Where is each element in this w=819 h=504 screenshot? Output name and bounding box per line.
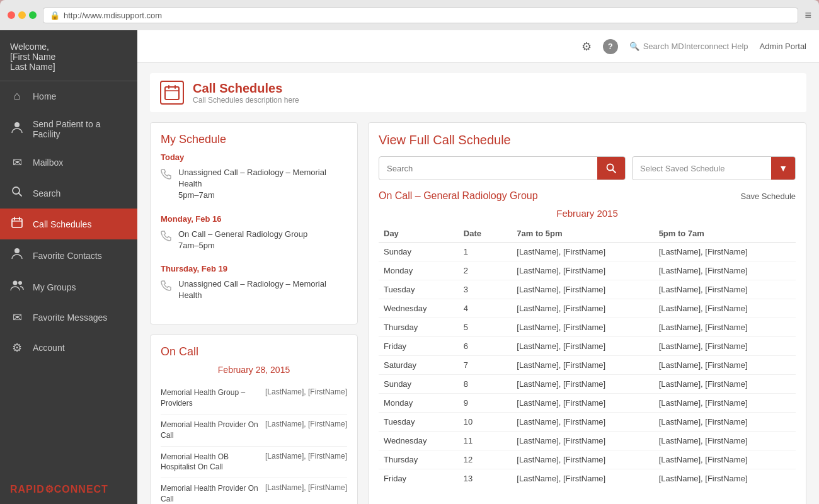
oncall-group: Memorial Health OB Hospitalist On Call: [161, 452, 265, 473]
top-header: ⚙ ? 🔍 Search MDInterconnect Help Admin P…: [137, 30, 819, 63]
search-row: Select Saved Schedule ▼: [379, 156, 796, 180]
schedule-item-feb19: Unassigned Call – Radiology – Memorial H…: [161, 278, 347, 307]
dot-maximize[interactable]: [29, 11, 37, 19]
sidebar-item-search[interactable]: Search: [0, 178, 137, 209]
oncall-name: [LastName], [FirstName]: [265, 483, 347, 492]
favorite-contacts-icon: [10, 248, 24, 263]
svg-point-9: [18, 281, 22, 285]
svg-point-7: [14, 248, 20, 253]
cell-date: 2: [459, 261, 512, 280]
save-schedule-button[interactable]: Save Schedule: [741, 192, 796, 201]
sidebar-item-mailbox[interactable]: ✉ Mailbox: [0, 147, 137, 178]
cell-date: 7: [459, 356, 512, 375]
sidebar-item-send-patient[interactable]: Send Patient to a Facility: [0, 111, 137, 147]
cell-shift2: [LastName], [FirstName]: [654, 318, 796, 337]
chevron-down-icon[interactable]: ▼: [771, 157, 795, 180]
url-bar[interactable]: 🔒 http://www.mdisupport.com: [43, 8, 798, 23]
my-schedule-card: My Schedule Today Unassigned Call – Radi…: [150, 122, 358, 324]
cell-date: 13: [459, 469, 512, 488]
header-search-label: Search MDInterconnect Help: [643, 42, 748, 51]
cell-shift2: [LastName], [FirstName]: [654, 261, 796, 280]
sidebar-nav: ⌂ Home Send Patient to a Facility ✉ Mail…: [0, 81, 137, 474]
schedule-date-today: Today: [161, 152, 347, 162]
cell-shift2: [LastName], [FirstName]: [654, 356, 796, 375]
phone-icon-2: [161, 230, 172, 244]
header-search[interactable]: 🔍 Search MDInterconnect Help: [629, 42, 748, 51]
full-schedule-panel: View Full Call Schedule: [368, 122, 806, 504]
sidebar-item-label: Account: [33, 343, 65, 353]
sidebar-item-label: Send Patient to a Facility: [33, 119, 127, 139]
table-row: Tuesday 10 [LastName], [FirstName] [Last…: [379, 413, 796, 432]
sidebar-item-account[interactable]: ⚙ Account: [0, 333, 137, 363]
schedule-text-1: Unassigned Call – Radiology – Memorial H…: [178, 167, 347, 202]
mail-icon: ✉: [10, 156, 24, 169]
oncall-name: [LastName], [FirstName]: [265, 452, 347, 461]
oncall-group: Memorial Health Provider On Call: [161, 483, 265, 504]
oncall-rows: Memorial Health Group – Providers[LastNa…: [161, 382, 347, 504]
cell-shift2: [LastName], [FirstName]: [654, 375, 796, 394]
cell-shift1: [LastName], [FirstName]: [512, 280, 653, 299]
sidebar-item-favorite-messages[interactable]: ✉ Favorite Messages: [0, 302, 137, 333]
oncall-group: Memorial Health Group – Providers: [161, 387, 265, 409]
schedule-text-2: On Call – General Radiology Group7am–5pm: [178, 229, 307, 251]
dot-close[interactable]: [8, 11, 15, 19]
sidebar-item-my-groups[interactable]: My Groups: [0, 272, 137, 302]
sidebar-item-label: Call Schedules: [33, 219, 91, 229]
sidebar-item-call-schedules[interactable]: Call Schedules: [0, 209, 137, 239]
oncall-group: Memorial Health Provider On Call: [161, 420, 265, 441]
dot-minimize[interactable]: [18, 11, 26, 19]
phone-icon-1: [161, 168, 172, 183]
content-area: Call Schedules Call Schedules descriptio…: [137, 63, 819, 504]
sidebar-item-home[interactable]: ⌂ Home: [0, 81, 137, 111]
calendar-icon: [10, 217, 24, 231]
home-icon: ⌂: [10, 89, 24, 103]
page-icon: [160, 81, 184, 105]
cell-day: Friday: [379, 469, 459, 488]
saved-schedule-select[interactable]: Select Saved Schedule: [633, 159, 771, 178]
cell-day: Sunday: [379, 375, 459, 394]
left-column: My Schedule Today Unassigned Call – Radi…: [150, 122, 358, 504]
sidebar-item-label: Favorite Messages: [33, 312, 107, 323]
messages-icon: ✉: [10, 311, 24, 324]
on-call-card: On Call February 28, 2015 Memorial Healt…: [150, 335, 358, 504]
sidebar-item-favorite-contacts[interactable]: Favorite Contacts: [0, 239, 137, 272]
svg-line-15: [613, 170, 616, 173]
cell-day: Thursday: [379, 450, 459, 469]
phone-icon-3: [161, 280, 172, 294]
col-header-day: Day: [379, 225, 459, 243]
admin-portal-link[interactable]: Admin Portal: [760, 42, 806, 51]
table-row: Monday 9 [LastName], [FirstName] [LastNa…: [379, 394, 796, 413]
schedule-search-input[interactable]: [379, 159, 597, 178]
search-input-wrapper: [379, 156, 626, 180]
schedule-item-today: Unassigned Call – Radiology – Memorial H…: [161, 167, 347, 208]
main-area: ⚙ ? 🔍 Search MDInterconnect Help Admin P…: [137, 30, 819, 504]
search-submit-button[interactable]: [597, 157, 625, 180]
table-row: Friday 13 [LastName], [FirstName] [LastN…: [379, 469, 796, 488]
cell-shift2: [LastName], [FirstName]: [654, 469, 796, 488]
settings-icon[interactable]: ⚙: [581, 40, 592, 54]
browser-dots: [8, 11, 37, 19]
table-row: Wednesday 11 [LastName], [FirstName] [La…: [379, 432, 796, 450]
schedule-title-row: On Call – General Radiology Group Save S…: [379, 190, 796, 202]
full-schedule-table: Day Date 7am to 5pm 5pm to 7am Sunday 1 …: [379, 225, 796, 488]
schedule-table-body: Sunday 1 [LastName], [FirstName] [LastNa…: [379, 243, 796, 488]
cell-shift1: [LastName], [FirstName]: [512, 261, 653, 280]
table-row: Friday 6 [LastName], [FirstName] [LastNa…: [379, 337, 796, 356]
cell-shift1: [LastName], [FirstName]: [512, 394, 653, 413]
cell-shift2: [LastName], [FirstName]: [654, 394, 796, 413]
cell-shift1: [LastName], [FirstName]: [512, 318, 653, 337]
table-row: Sunday 8 [LastName], [FirstName] [LastNa…: [379, 375, 796, 394]
browser-menu-icon[interactable]: ≡: [805, 9, 811, 22]
svg-rect-3: [12, 219, 22, 227]
svg-point-8: [13, 281, 18, 285]
cell-shift2: [LastName], [FirstName]: [654, 450, 796, 469]
page-title: Call Schedules: [193, 81, 299, 96]
on-call-title: On Call: [161, 345, 347, 358]
table-row: Wednesday 4 [LastName], [FirstName] [Las…: [379, 299, 796, 318]
schedule-date-feb19: Thursday, Feb 19: [161, 264, 347, 273]
group-title: On Call – General Radiology Group: [379, 190, 538, 202]
full-schedule-title: View Full Call Schedule: [379, 133, 796, 147]
cell-date: 1: [459, 243, 512, 261]
help-icon[interactable]: ?: [603, 39, 618, 54]
cell-shift1: [LastName], [FirstName]: [512, 413, 653, 432]
